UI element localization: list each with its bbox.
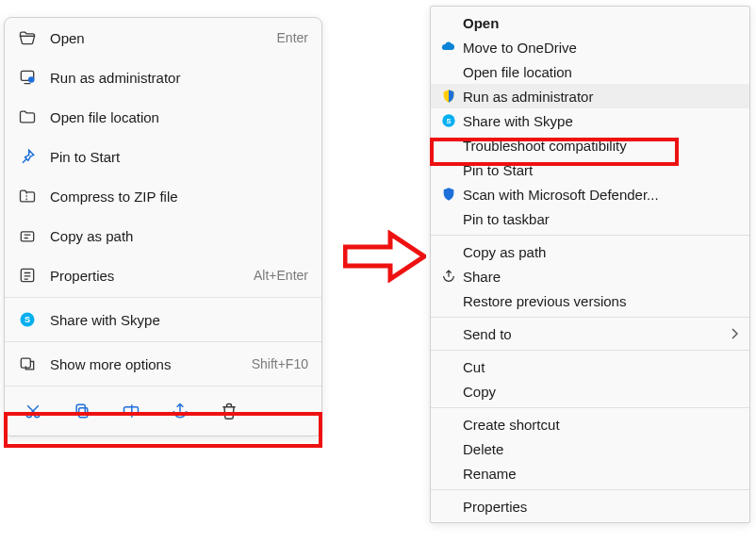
skype-icon: S	[438, 112, 459, 129]
menu-item-skype[interactable]: S Share with Skype	[431, 108, 749, 133]
blank-icon	[438, 161, 459, 178]
menu-item-label: Open	[463, 15, 738, 31]
admin-icon	[18, 68, 37, 87]
menu-item-copy-path[interactable]: Copy as path	[5, 216, 321, 255]
menu-item-cut[interactable]: Cut	[431, 354, 749, 379]
menu-item-properties[interactable]: Properties	[431, 494, 749, 518]
menu-separator	[431, 235, 749, 236]
menu-item-pin-taskbar[interactable]: Pin to taskbar	[431, 206, 749, 231]
menu-item-copy[interactable]: Copy	[431, 379, 749, 403]
menu-item-accelerator: Shift+F10	[252, 356, 308, 371]
onedrive-icon	[438, 39, 459, 56]
classic-context-menu: Open Move to OneDrive Open file location…	[430, 6, 750, 523]
menu-item-share[interactable]: Share	[431, 264, 749, 288]
menu-item-label: Open	[50, 30, 277, 46]
menu-item-rename[interactable]: Rename	[431, 461, 749, 485]
menu-item-run-admin[interactable]: Run as administrator	[431, 84, 749, 108]
menu-item-troubleshoot[interactable]: Troubleshoot compatibility	[431, 133, 749, 157]
blank-icon	[438, 498, 459, 515]
menu-item-restore-prev[interactable]: Restore previous versions	[431, 288, 749, 313]
menu-item-onedrive[interactable]: Move to OneDrive	[431, 35, 749, 59]
menu-item-send-to[interactable]: Send to	[431, 321, 749, 346]
svg-text:S: S	[25, 315, 30, 324]
menu-separator	[5, 297, 321, 298]
zip-icon	[18, 187, 37, 206]
menu-item-delete[interactable]: Delete	[431, 436, 749, 461]
blank-icon	[438, 210, 459, 227]
blank-icon	[438, 325, 459, 342]
menu-item-label: Troubleshoot compatibility	[463, 138, 738, 154]
menu-separator	[5, 341, 321, 342]
copy-icon[interactable]	[71, 400, 93, 422]
share-icon	[438, 268, 459, 285]
menu-item-label: Properties	[50, 268, 254, 284]
menu-separator	[431, 350, 749, 351]
menu-item-label: Open file location	[463, 64, 738, 80]
shield-blue-icon	[438, 186, 459, 203]
menu-item-run-admin[interactable]: Run as administrator	[5, 58, 321, 97]
open-folder-icon	[18, 28, 37, 47]
menu-item-label: Open file location	[50, 109, 308, 125]
menu-item-compress-zip[interactable]: Compress to ZIP file	[5, 176, 321, 216]
menu-item-label: Delete	[463, 441, 738, 457]
menu-item-label: Pin to Start	[463, 162, 738, 178]
copypath-icon	[18, 226, 37, 245]
menu-item-label: Move to OneDrive	[463, 40, 738, 56]
svg-rect-10	[76, 404, 85, 414]
rename-icon[interactable]	[120, 400, 142, 422]
menu-item-properties[interactable]: Properties Alt+Enter	[5, 255, 321, 295]
pin-icon	[18, 147, 37, 166]
menu-item-pin-start[interactable]: Pin to Start	[5, 137, 321, 176]
shield-yellowblue-icon	[438, 88, 459, 105]
menu-item-label: Run as administrator	[463, 89, 738, 105]
menu-item-show-more[interactable]: Show more options Shift+F10	[5, 344, 321, 384]
menu-item-label: Create shortcut	[463, 417, 738, 433]
blank-icon	[438, 137, 459, 154]
menu-item-create-shortcut[interactable]: Create shortcut	[431, 412, 749, 436]
menu-separator	[431, 317, 749, 318]
menu-item-label: Scan with Microsoft Defender...	[463, 187, 738, 203]
menu-item-open-location[interactable]: Open file location	[5, 97, 321, 137]
menu-item-label: Pin to taskbar	[463, 211, 738, 227]
menu-item-pin-start[interactable]: Pin to Start	[431, 157, 749, 182]
menu-item-label: Compress to ZIP file	[50, 189, 308, 205]
menu-item-label: Run as administrator	[50, 70, 308, 86]
properties-icon	[18, 266, 37, 285]
blank-icon	[438, 243, 459, 260]
delete-icon[interactable]	[218, 400, 240, 422]
menu-item-label: Pin to Start	[50, 149, 308, 165]
blank-icon	[438, 465, 459, 482]
svg-rect-2	[21, 232, 33, 241]
menu-item-open[interactable]: Open	[431, 10, 749, 35]
folder-icon	[18, 107, 37, 126]
blank-icon	[438, 358, 459, 375]
moreoptions-icon	[18, 354, 37, 373]
menu-item-label: Copy	[463, 384, 738, 400]
menu-item-label: Share with Skype	[50, 312, 308, 328]
menu-item-label: Cut	[463, 359, 738, 375]
menu-item-open-location[interactable]: Open file location	[431, 59, 749, 84]
menu-separator	[431, 489, 749, 490]
blank-icon	[438, 292, 459, 309]
share-icon[interactable]	[169, 400, 191, 422]
menu-item-defender[interactable]: Scan with Microsoft Defender...	[431, 182, 749, 206]
menu-item-label: Rename	[463, 466, 738, 482]
menu-item-label: Show more options	[50, 356, 252, 372]
menu-item-accelerator: Alt+Enter	[254, 268, 308, 283]
blank-icon	[438, 440, 459, 457]
blank-icon	[438, 63, 459, 80]
menu-item-accelerator: Enter	[277, 30, 308, 45]
win11-context-menu: Open Enter Run as administrator Open fil…	[4, 17, 322, 436]
menu-item-copy-path[interactable]: Copy as path	[431, 239, 749, 264]
cut-icon[interactable]	[22, 400, 44, 422]
menu-item-label: Share with Skype	[463, 113, 738, 129]
menu-item-skype[interactable]: S Share with Skype	[5, 300, 321, 339]
svg-point-1	[28, 76, 35, 83]
svg-text:S: S	[447, 117, 452, 125]
blank-icon	[438, 383, 459, 400]
svg-rect-11	[124, 407, 139, 415]
menu-item-label: Restore previous versions	[463, 293, 738, 309]
menu-item-open[interactable]: Open Enter	[5, 18, 321, 58]
menu-item-label: Send to	[463, 326, 731, 342]
menu-toolbar	[5, 388, 321, 436]
